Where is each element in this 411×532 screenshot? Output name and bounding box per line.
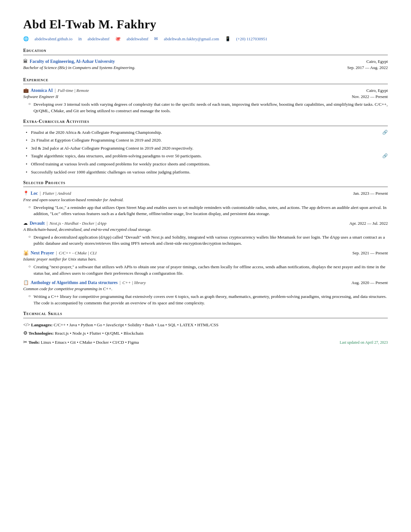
experience-title: Experience	[23, 77, 388, 84]
next-prayer-icon: 🕌	[23, 250, 29, 256]
company-type: Full-time | Remote	[58, 88, 89, 94]
anthology-name[interactable]: Anthology of Algorithms and Data structu…	[31, 280, 118, 286]
github-link[interactable]: abdeltwabmf	[126, 36, 148, 42]
phone-icon: 📱	[225, 36, 230, 42]
github-icon: 🐙	[115, 36, 121, 42]
company-separator: |	[55, 87, 56, 94]
extracurricular-list: Finalist at the 2020 Africa & Arab Colle…	[23, 129, 388, 175]
languages-row: </> Languages: C/C++ • Java • Python • G…	[23, 321, 388, 329]
job-title: Software Engineer II	[23, 94, 58, 100]
anthology-date: Aug. 2020 — Present	[351, 280, 388, 286]
education-date: Sep. 2017 — Aug. 2022	[347, 65, 388, 71]
last-updated: Last updated on April 27, 2023	[340, 340, 388, 345]
email-link[interactable]: abdeltwab.m.fakhry@gmail.com	[164, 36, 219, 42]
education-degree: Bachelor of Science (BSc) in Computers a…	[23, 65, 135, 71]
languages-value: C/C++ • Java • Python • Go • JavaScript …	[54, 322, 219, 327]
tools-row: ✂ Tools: Linux • Emacs • Git • CMake • D…	[23, 339, 139, 346]
project-anthology: 📋 Anthology of Algorithms and Data struc…	[23, 280, 388, 306]
education-title: Education	[23, 47, 388, 55]
next-prayer-separator: |	[56, 250, 57, 256]
projects-section: Selected Projects 📍 Loc | Flutter | Andr…	[23, 180, 388, 306]
technologies-row: ⚙ Technologies: React.js • Node.js • Flu…	[23, 330, 388, 337]
extra-text-4: Taught algorithmic topics, data structur…	[31, 153, 202, 159]
next-prayer-date: Sep. 2021 — Present	[352, 250, 388, 256]
email-icon: ✉	[154, 36, 158, 42]
linkedin-icon: in	[78, 36, 82, 42]
extra-item-6: Successfully tackled over 1000 algorithm…	[26, 169, 388, 175]
next-prayer-stack: C/C++ - CMake | CLI	[59, 250, 97, 256]
extra-text-6: Successfully tackled over 1000 algorithm…	[31, 169, 191, 175]
experience-bullet-1: Developing over 3 internal tools with va…	[28, 101, 388, 114]
experience-section: Experience 💼 Atomica AI | Full-time | Re…	[23, 77, 388, 114]
languages-label: Languages:	[31, 322, 53, 327]
project-loc: 📍 Loc | Flutter | Android Jan. 2023 — Pr…	[23, 190, 388, 217]
website-link[interactable]: abdeltwabmf.github.io	[34, 36, 73, 42]
education-location: Cairo, Egypt	[367, 59, 388, 65]
project-next-prayer: 🕌 Next Prayer | C/C++ - CMake | CLI Sep.…	[23, 250, 388, 276]
university-name[interactable]: Faculty of Engineering, Al-Azhar Univers…	[30, 58, 115, 65]
anthology-separator: |	[120, 280, 121, 286]
loc-date: Jan. 2023 — Present	[353, 191, 388, 197]
website-icon: 🌐	[23, 36, 29, 42]
projects-title: Selected Projects	[23, 180, 388, 187]
devault-date: Apr. 2022 — Jul. 2022	[349, 221, 388, 227]
devault-bullet: Designed a decentralized application (dA…	[28, 234, 388, 247]
education-section: Education 🏛 Faculty of Engineering, Al-A…	[23, 47, 388, 72]
devault-icon: ☁	[23, 220, 28, 227]
tools-icon: ✂	[23, 340, 27, 345]
extra-item-4: Taught algorithmic topics, data structur…	[26, 153, 388, 159]
company-icon: 💼	[23, 87, 29, 94]
extra-text-2: 2x Finalist at Egyption Collegiate Progr…	[31, 137, 161, 143]
technologies-label: Technologies:	[28, 331, 54, 336]
anthology-subtitle: Common code for competitive programming …	[23, 286, 388, 292]
loc-bullet: Developing "Loc," a reminder app that ut…	[28, 204, 388, 217]
skills-title: Technical Skills	[23, 310, 388, 318]
loc-icon: 📍	[23, 190, 29, 197]
next-prayer-subtitle: Islamic prayer notifier for Unix status …	[23, 256, 388, 262]
extra-link-4[interactable]: 🔗	[382, 153, 388, 159]
extra-text-3: 3rd & 2nd palce at Al-Azhar Collegiate P…	[31, 145, 193, 152]
next-prayer-name[interactable]: Next Prayer	[31, 250, 54, 256]
anthology-icon: 📋	[23, 280, 29, 286]
tools-label: Tools:	[28, 340, 40, 345]
project-devault: ☁ Devault | Next.js - Hardhat - Docker |…	[23, 220, 388, 247]
tools-value: Linux • Emacs • Git • CMake • Docker • C…	[41, 340, 139, 345]
extra-item-1: Finalist at the 2020 Africa & Arab Colle…	[26, 129, 388, 136]
phone-text: (+20) 1127030951	[236, 36, 268, 42]
next-prayer-bullet: Creating "next-prayer," a software that …	[28, 264, 388, 276]
company-name[interactable]: Atomica AI	[31, 87, 53, 94]
extra-item-2: 2x Finalist at Egyption Collegiate Progr…	[26, 137, 388, 143]
anthology-bullet: Writing a C++ library for competitive pr…	[28, 293, 388, 306]
loc-name[interactable]: Loc	[31, 190, 38, 197]
loc-separator: |	[40, 190, 41, 197]
experience-location: Cairo, Egypt	[367, 88, 388, 94]
loc-subtitle: Free and open-source location-based remi…	[23, 197, 388, 203]
anthology-stack: C++ | library	[122, 280, 146, 286]
experience-bullets: Developing over 3 internal tools with va…	[23, 101, 388, 114]
skills-section: Technical Skills </> Languages: C/C++ • …	[23, 310, 388, 348]
extra-item-3: 3rd & 2nd palce at Al-Azhar Collegiate P…	[26, 145, 388, 152]
tech-icon: ⚙	[23, 330, 27, 336]
experience-date: Nov. 2022 — Present	[352, 94, 388, 100]
loc-stack: Flutter | Android	[43, 191, 71, 197]
technologies-value: React.js • Node.js • Flutter • Qt/QML • …	[55, 331, 143, 336]
devault-subtitle: A Blockchain-based, decentralized, and e…	[23, 227, 388, 233]
university-icon: 🏛	[23, 58, 28, 65]
devault-name[interactable]: Devault	[30, 220, 45, 227]
extra-link-1[interactable]: 🔗	[382, 129, 388, 136]
extra-text-5: Offered training at various levels and c…	[31, 161, 210, 167]
extracurricular-section: Extra-curricular Activities Finalist at …	[23, 118, 388, 175]
devault-separator: |	[47, 220, 48, 227]
devault-stack: Next.js - Hardhat - Docker | dApp	[49, 221, 106, 227]
contact-row: 🌐 abdeltwabmf.github.io in abdeltwabmf 🐙…	[23, 36, 388, 42]
resume-name: Abd El-Twab M. Fakhry	[23, 15, 388, 33]
linkedin-link[interactable]: abdeltwabmf	[88, 36, 110, 42]
extra-item-5: Offered training at various levels and c…	[26, 161, 388, 167]
extra-text-1: Finalist at the 2020 Africa & Arab Colle…	[31, 129, 162, 136]
code-icon: </>	[23, 322, 30, 327]
extracurricular-title: Extra-curricular Activities	[23, 118, 388, 126]
